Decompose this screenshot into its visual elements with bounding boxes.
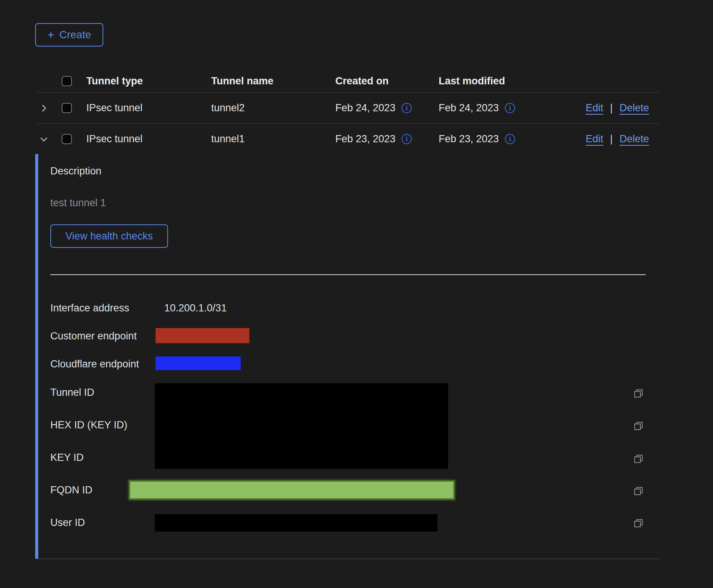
customer-endpoint-label: Customer endpoint [50, 330, 137, 342]
interface-address-label: Interface address [50, 302, 129, 314]
table-header-row: Tunnel type Tunnel name Created on Last … [35, 70, 660, 92]
row-checkbox[interactable] [62, 103, 72, 113]
actions-separator: | [610, 102, 613, 114]
copy-icon[interactable] [632, 485, 645, 498]
cloudflare-endpoint-label: Cloudflare endpoint [50, 358, 139, 370]
created-on-cell: Feb 23, 2023 i [335, 133, 439, 145]
actions-cell: Edit | Delete [552, 102, 660, 114]
table-row: IPsec tunnel tunnel2 Feb 24, 2023 i Feb … [35, 92, 660, 123]
edit-link[interactable]: Edit [585, 133, 603, 145]
last-modified-cell: Feb 23, 2023 i [439, 133, 552, 145]
table-bottom-divider [35, 558, 660, 559]
tunnels-page: + Create Tunnel type Tunnel name Created… [0, 0, 713, 588]
description-text: test tunnel 1 [50, 197, 106, 209]
delete-link[interactable]: Delete [620, 133, 649, 145]
cloudflare-endpoint-redacted-value [156, 356, 241, 370]
tunnel-type-cell: IPsec tunnel [86, 102, 211, 114]
expand-cell [35, 134, 57, 145]
info-icon[interactable]: i [402, 134, 412, 144]
interface-address-value: 10.200.1.0/31 [164, 302, 227, 314]
view-health-checks-button[interactable]: View health checks [50, 224, 168, 248]
actions-cell: Edit | Delete [552, 133, 660, 145]
tunnel-detail-panel: Description test tunnel 1 View health ch… [35, 154, 713, 559]
description-label: Description [50, 165, 101, 177]
chevron-right-icon[interactable] [38, 103, 50, 114]
user-id-label: User ID [50, 517, 85, 529]
fqdn-id-redacted-value [129, 480, 455, 500]
select-all-checkbox[interactable] [62, 76, 72, 86]
tunnel-name-cell: tunnel1 [211, 133, 335, 145]
info-icon[interactable]: i [402, 103, 412, 113]
created-on-cell: Feb 24, 2023 i [335, 102, 439, 114]
expand-cell [35, 103, 57, 114]
tunnels-table: Tunnel type Tunnel name Created on Last … [35, 70, 660, 154]
chevron-down-icon[interactable] [38, 134, 50, 145]
header-tunnel-type: Tunnel type [86, 75, 211, 87]
ids-redacted-value [155, 383, 448, 469]
delete-link[interactable]: Delete [620, 102, 649, 114]
actions-separator: | [610, 133, 613, 145]
tunnel-id-label: Tunnel ID [50, 387, 94, 398]
plus-icon: + [47, 29, 54, 41]
create-button[interactable]: + Create [35, 23, 103, 47]
check-cell [57, 103, 86, 113]
header-created-on: Created on [335, 75, 439, 87]
edit-link[interactable]: Edit [585, 102, 603, 114]
header-last-modified: Last modified [439, 75, 552, 87]
row-checkbox[interactable] [62, 134, 72, 144]
created-on-value: Feb 24, 2023 [335, 102, 395, 114]
tunnel-name-cell: tunnel2 [211, 102, 335, 114]
header-check-cell [57, 76, 86, 86]
detail-divider [50, 274, 646, 275]
tunnel-type-cell: IPsec tunnel [86, 133, 211, 145]
table-row: IPsec tunnel tunnel1 Feb 23, 2023 i Feb … [35, 123, 660, 154]
expanded-row-accent-bar [35, 154, 38, 559]
key-id-label: KEY ID [50, 452, 84, 464]
info-icon[interactable]: i [505, 103, 515, 113]
copy-icon[interactable] [632, 518, 645, 530]
copy-icon[interactable] [632, 420, 645, 432]
create-button-label: Create [59, 29, 91, 41]
last-modified-value: Feb 23, 2023 [439, 133, 499, 145]
hex-id-label: HEX ID (KEY ID) [50, 419, 128, 431]
customer-endpoint-redacted-value [156, 328, 249, 343]
header-tunnel-name: Tunnel name [211, 75, 335, 87]
fqdn-id-label: FQDN ID [50, 484, 92, 496]
created-on-value: Feb 23, 2023 [335, 133, 395, 145]
info-icon[interactable]: i [505, 134, 515, 144]
check-cell [57, 134, 86, 144]
last-modified-cell: Feb 24, 2023 i [439, 102, 552, 114]
copy-icon[interactable] [632, 388, 645, 400]
user-id-redacted-value [155, 514, 437, 532]
last-modified-value: Feb 24, 2023 [439, 102, 499, 114]
copy-icon[interactable] [632, 453, 645, 465]
